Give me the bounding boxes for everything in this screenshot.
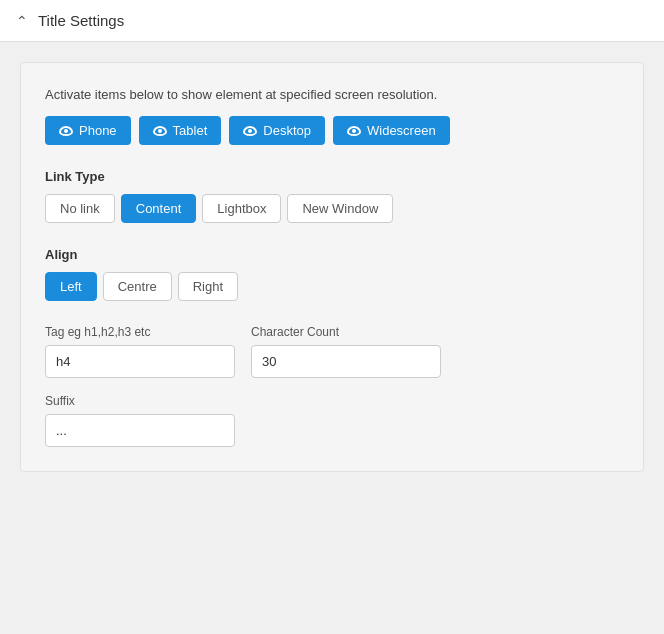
phone-button[interactable]: Phone [45, 116, 131, 145]
align-right[interactable]: Right [178, 272, 238, 301]
link-type-lightbox[interactable]: Lightbox [202, 194, 281, 223]
page-title: Title Settings [38, 12, 124, 29]
character-count-input[interactable] [251, 345, 441, 378]
tag-label: Tag eg h1,h2,h3 etc [45, 325, 235, 339]
character-count-field-group: Character Count [251, 325, 441, 378]
tag-input[interactable] [45, 345, 235, 378]
settings-card: Activate items below to show element at … [20, 62, 644, 472]
character-count-label: Character Count [251, 325, 441, 339]
link-type-new-window[interactable]: New Window [287, 194, 393, 223]
activate-description: Activate items below to show element at … [45, 87, 619, 102]
tag-field-group: Tag eg h1,h2,h3 etc [45, 325, 235, 378]
suffix-label: Suffix [45, 394, 235, 408]
link-type-no-link[interactable]: No link [45, 194, 115, 223]
fields-row: Tag eg h1,h2,h3 etc Character Count Suff… [45, 325, 619, 447]
widescreen-button[interactable]: Widescreen [333, 116, 450, 145]
suffix-input[interactable] [45, 414, 235, 447]
eye-icon [59, 126, 73, 136]
device-buttons-row: Phone Tablet Desktop Widescreen [45, 116, 619, 145]
suffix-field-group: Suffix [45, 394, 235, 447]
link-type-content[interactable]: Content [121, 194, 197, 223]
align-label: Align [45, 247, 619, 262]
eye-icon [243, 126, 257, 136]
align-left[interactable]: Left [45, 272, 97, 301]
header: ⌃ Title Settings [0, 0, 664, 42]
link-type-label: Link Type [45, 169, 619, 184]
desktop-button[interactable]: Desktop [229, 116, 325, 145]
align-group: Left Centre Right [45, 272, 619, 301]
eye-icon [153, 126, 167, 136]
align-centre[interactable]: Centre [103, 272, 172, 301]
eye-icon [347, 126, 361, 136]
collapse-icon[interactable]: ⌃ [16, 13, 28, 29]
tablet-button[interactable]: Tablet [139, 116, 222, 145]
link-type-group: No link Content Lightbox New Window [45, 194, 619, 223]
main-content: Activate items below to show element at … [0, 42, 664, 492]
